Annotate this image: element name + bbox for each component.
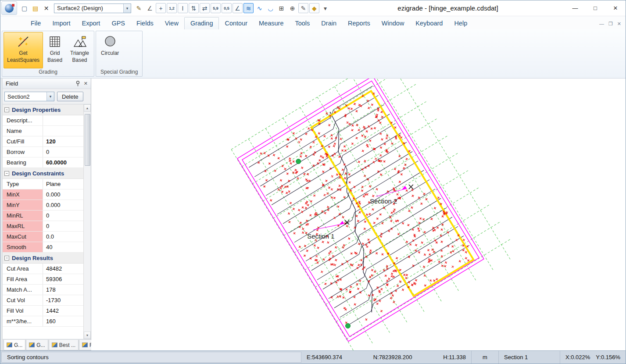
new-file-icon[interactable]: ▢ bbox=[19, 3, 29, 13]
tab-window[interactable]: Window bbox=[376, 18, 410, 29]
property-value[interactable]: 0.000 bbox=[43, 200, 83, 210]
mdi-minimize-button[interactable]: — bbox=[599, 21, 604, 27]
tab-import[interactable]: Import bbox=[47, 18, 76, 29]
ribbon: GetLeastSquaresGridBasedTriangleBasedGra… bbox=[0, 29, 626, 79]
quick-access-toolbar: ▢▤✕ bbox=[19, 3, 52, 13]
collapse-icon[interactable]: − bbox=[4, 171, 9, 176]
property-grid: −Design PropertiesDescript...NameCut/Fil… bbox=[3, 104, 83, 339]
tab-file[interactable]: File bbox=[25, 18, 47, 29]
water-drop-icon[interactable]: ◡ bbox=[265, 3, 275, 13]
collapse-icon[interactable]: − bbox=[4, 256, 9, 261]
snap-point-icon[interactable]: + bbox=[156, 3, 166, 13]
vehicle-icon[interactable]: ◆ bbox=[309, 3, 319, 13]
draw-grade-icon[interactable]: ✎ bbox=[134, 3, 144, 13]
pin-icon[interactable] bbox=[75, 81, 80, 86]
minimize-button[interactable]: — bbox=[565, 0, 585, 16]
tab-measure[interactable]: Measure bbox=[253, 18, 289, 29]
tab-fields[interactable]: Fields bbox=[131, 18, 159, 29]
tab-grading[interactable]: Grading bbox=[184, 17, 219, 29]
chevron-down-icon[interactable]: ▾ bbox=[123, 4, 131, 13]
zoom-extents-icon[interactable]: ⊞ bbox=[276, 3, 286, 13]
section-selector[interactable]: Section2 ▾ bbox=[4, 92, 54, 101]
property-value[interactable]: 160 bbox=[43, 316, 83, 326]
node-marker[interactable] bbox=[346, 324, 351, 328]
property-value[interactable]: 0 bbox=[43, 211, 83, 221]
scroll-thumb[interactable] bbox=[85, 114, 90, 166]
property-value[interactable]: 48482 bbox=[43, 264, 83, 274]
scrollbar[interactable]: ▲ ▼ bbox=[83, 104, 91, 339]
field-drawing[interactable]: Section 1 Section 2 bbox=[91, 79, 626, 350]
level-icon[interactable]: ∠ bbox=[145, 3, 155, 13]
mdi-close-button[interactable]: ✕ bbox=[617, 21, 621, 27]
panel-tab-3[interactable]: Best ... bbox=[49, 340, 79, 350]
precision-icon[interactable]: 0,5 bbox=[222, 3, 232, 13]
section2-x-marker bbox=[409, 185, 413, 189]
toolbar-overflow-icon[interactable]: ▾ bbox=[320, 3, 330, 13]
property-row: m**3/he...160 bbox=[3, 316, 83, 327]
tab-tools[interactable]: Tools bbox=[289, 18, 315, 29]
property-value[interactable]: 60.0000 bbox=[43, 157, 83, 168]
get-leastsquares-button[interactable]: GetLeastSquares bbox=[4, 32, 43, 68]
property-value[interactable] bbox=[43, 115, 83, 125]
property-row: Cut/Fill120 bbox=[3, 136, 83, 147]
maximize-button[interactable]: □ bbox=[585, 0, 605, 16]
property-value[interactable]: 0 bbox=[43, 147, 83, 157]
vertical-exaggeration-icon[interactable]: ⇅ bbox=[189, 3, 199, 13]
property-value[interactable]: 178 bbox=[43, 285, 83, 295]
scroll-up-icon[interactable]: ▲ bbox=[84, 104, 91, 112]
panel-tab-1[interactable]: G... bbox=[4, 340, 25, 350]
triangle-based-button[interactable]: TriangleBased bbox=[67, 32, 93, 68]
property-value[interactable]: 0.000 bbox=[43, 189, 83, 200]
property-value[interactable]: 120 bbox=[43, 136, 83, 146]
surface-selector[interactable]: Surface2 (Design) ▾ bbox=[54, 4, 131, 13]
node-marker[interactable] bbox=[296, 159, 301, 164]
smooth-contours-icon[interactable]: ∿ bbox=[254, 3, 265, 13]
tab-help[interactable]: Help bbox=[448, 18, 473, 29]
property-value[interactable]: Plane bbox=[43, 179, 83, 189]
property-value[interactable]: 1442 bbox=[43, 306, 83, 316]
app-logo[interactable] bbox=[1, 1, 17, 15]
ribbon-group-label: Grading bbox=[2, 68, 94, 76]
drawing-area[interactable]: Section 1 Section 2 bbox=[91, 79, 626, 350]
property-value[interactable]: -1730 bbox=[43, 295, 83, 305]
tab-view[interactable]: View bbox=[159, 18, 184, 29]
tab-reports[interactable]: Reports bbox=[342, 18, 376, 29]
tab-drain[interactable]: Drain bbox=[315, 18, 342, 29]
chevron-down-icon[interactable]: ▾ bbox=[47, 92, 54, 101]
mdi-restore-button[interactable]: ❐ bbox=[608, 21, 613, 27]
slope-display-icon[interactable]: ∠ bbox=[233, 3, 243, 13]
property-value[interactable]: 0.0 bbox=[43, 232, 83, 242]
close-panel-icon[interactable]: ✕ bbox=[84, 81, 88, 86]
property-value[interactable]: 40 bbox=[43, 242, 83, 252]
contour-lines-icon[interactable]: ≋ bbox=[243, 3, 254, 13]
grid-based-button[interactable]: GridBased bbox=[43, 32, 67, 68]
window-title: ezigrade - [hinge_example.cdsdat] bbox=[331, 4, 565, 12]
property-value[interactable]: 0 bbox=[43, 221, 83, 231]
property-label: Name bbox=[3, 126, 43, 136]
panel-tab-2[interactable]: G... bbox=[26, 340, 48, 350]
point-numbers-icon[interactable]: 1,2 bbox=[167, 3, 177, 13]
close-button[interactable]: ✕ bbox=[605, 0, 626, 16]
main-area: Field ✕ Section2 ▾ Delete −Design Proper… bbox=[0, 79, 626, 350]
measure-edit-icon[interactable]: ✎ bbox=[298, 3, 308, 13]
station-interval-icon[interactable]: ⇄ bbox=[200, 3, 210, 13]
circular-button[interactable]: Circular bbox=[97, 32, 122, 68]
close-file-icon[interactable]: ✕ bbox=[41, 3, 51, 13]
scroll-down-icon[interactable]: ▼ bbox=[84, 332, 91, 339]
decimals-icon[interactable]: 5,9 bbox=[211, 3, 221, 13]
text-height-icon[interactable]: I bbox=[178, 3, 188, 13]
open-file-icon[interactable]: ▤ bbox=[30, 3, 40, 13]
surface-selector-value: Surface2 (Design) bbox=[54, 5, 103, 11]
property-label: Type bbox=[3, 179, 43, 189]
collapse-icon[interactable]: − bbox=[4, 107, 9, 112]
panel-tab-label: G... bbox=[36, 342, 45, 348]
layers-icon bbox=[82, 343, 88, 347]
tab-export[interactable]: Export bbox=[76, 18, 106, 29]
tab-gps[interactable]: GPS bbox=[106, 18, 131, 29]
property-value[interactable]: 59306 bbox=[43, 274, 83, 284]
property-value[interactable] bbox=[43, 126, 83, 136]
zoom-window-icon[interactable]: ⊕ bbox=[287, 3, 297, 13]
delete-button[interactable]: Delete bbox=[57, 92, 83, 101]
tab-keyboard[interactable]: Keyboard bbox=[410, 18, 448, 29]
tab-contour[interactable]: Contour bbox=[219, 18, 253, 29]
